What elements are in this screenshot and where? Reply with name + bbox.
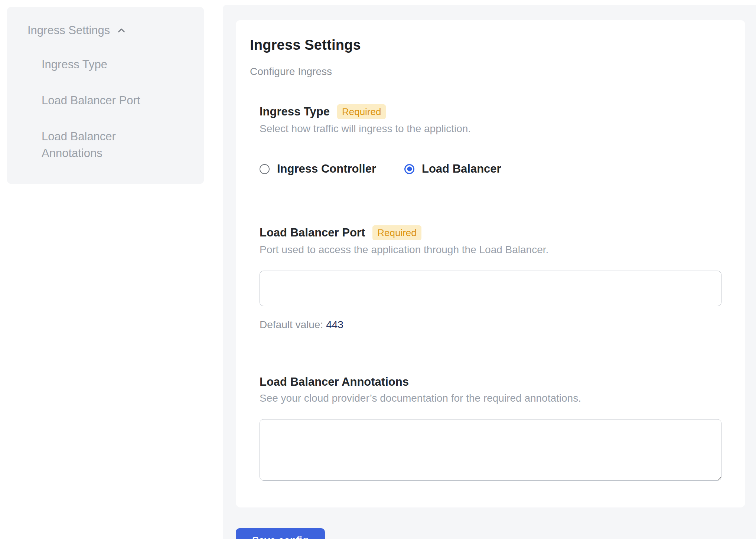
- section-ingress-type-head: Ingress Type Required: [260, 104, 721, 119]
- ingress-settings-card: Ingress Settings Configure Ingress Ingre…: [236, 20, 745, 507]
- ingress-type-description: Select how traffic will ingress to the a…: [260, 123, 721, 135]
- ingress-type-label: Ingress Type: [260, 105, 330, 118]
- radio-label-ingress-controller: Ingress Controller: [277, 162, 376, 176]
- load-balancer-annotations-textarea[interactable]: [260, 419, 721, 481]
- load-balancer-annotations-description: See your cloud provider’s documentation …: [260, 392, 721, 404]
- required-badge: Required: [372, 225, 421, 240]
- load-balancer-port-input[interactable]: [260, 271, 721, 306]
- sidebar-item-ingress-type[interactable]: Ingress Type: [42, 56, 164, 73]
- required-badge: Required: [337, 104, 386, 119]
- sidebar-group-ingress-settings[interactable]: Ingress Settings: [27, 24, 189, 37]
- chevron-up-icon: [116, 25, 127, 36]
- sidebar-item-list: Ingress Type Load Balancer Port Load Bal…: [42, 56, 189, 162]
- page-title: Ingress Settings: [250, 37, 730, 53]
- radio-label-load-balancer: Load Balancer: [422, 162, 501, 176]
- main-panel: Ingress Settings Configure Ingress Ingre…: [223, 5, 756, 539]
- sidebar-item-load-balancer-annotations[interactable]: Load Balancer Annotations: [42, 128, 164, 162]
- load-balancer-port-label: Load Balancer Port: [260, 226, 365, 239]
- radio-icon-load-balancer[interactable]: [404, 164, 414, 174]
- load-balancer-port-description: Port used to access the application thro…: [260, 244, 721, 256]
- ingress-type-radio-group: Ingress Controller Load Balancer: [260, 162, 721, 176]
- sidebar-item-load-balancer-port[interactable]: Load Balancer Port: [42, 92, 164, 109]
- default-value: 443: [326, 319, 343, 330]
- section-load-balancer-annotations-head: Load Balancer Annotations: [260, 375, 721, 389]
- radio-icon-ingress-controller[interactable]: [260, 164, 270, 174]
- page-subtitle: Configure Ingress: [250, 66, 730, 78]
- section-load-balancer-annotations: Load Balancer Annotations See your cloud…: [260, 375, 721, 481]
- default-value-line: Default value:443: [260, 319, 721, 331]
- default-value-label: Default value:: [260, 319, 323, 330]
- settings-sidebar: Ingress Settings Ingress Type Load Balan…: [7, 7, 204, 184]
- section-load-balancer-port-head: Load Balancer Port Required: [260, 225, 721, 240]
- section-ingress-type: Ingress Type Required Select how traffic…: [260, 104, 721, 176]
- section-load-balancer-port: Load Balancer Port Required Port used to…: [260, 225, 721, 331]
- radio-option-ingress-controller[interactable]: Ingress Controller: [260, 162, 376, 176]
- save-config-button[interactable]: Save config: [236, 528, 325, 539]
- load-balancer-annotations-label: Load Balancer Annotations: [260, 375, 409, 389]
- radio-option-load-balancer[interactable]: Load Balancer: [404, 162, 501, 176]
- sidebar-group-label: Ingress Settings: [27, 24, 110, 37]
- form-sections: Ingress Type Required Select how traffic…: [260, 104, 730, 481]
